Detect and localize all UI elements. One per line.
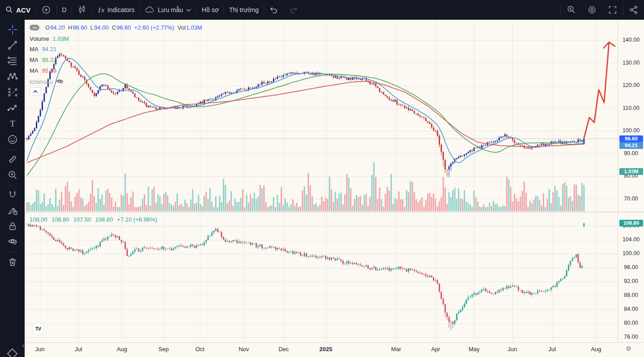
last-price-badge: 96.60 (619, 135, 643, 142)
volume-label: Volume (30, 35, 49, 42)
ohlc-open-value: 94.20 (50, 24, 65, 31)
chart-type-button[interactable] (72, 0, 92, 20)
trend-line-icon (7, 39, 18, 53)
ohlc-volume-label: Vol (177, 24, 186, 31)
price-tick: 104.00 (618, 236, 644, 243)
remove-drawings-tool[interactable] (4, 254, 22, 270)
object-tree-icon[interactable] (6, 347, 19, 357)
fullscreen-button[interactable] (602, 0, 623, 20)
ohlc-volume-value: 1.03M (186, 24, 202, 31)
interval-button[interactable]: D (57, 0, 71, 20)
share-icon (628, 4, 639, 15)
axis-settings-icon[interactable]: ⚙ (626, 345, 631, 352)
price-axis[interactable]: 140.00130.00120.00110.00100.0090.0080.00… (618, 20, 644, 342)
price-tick: 100.00 (618, 250, 644, 257)
price-tick: 140.00 (618, 37, 644, 43)
ohlc-low-value: 94.00 (94, 24, 109, 31)
ma-legend-1: MA 94.21 (30, 46, 56, 52)
redo-icon (289, 5, 298, 14)
market-label: Thị trường (229, 6, 259, 13)
crosshair-tool[interactable] (4, 22, 22, 38)
legend-collapse-button[interactable] (30, 87, 41, 96)
symbol-search-button[interactable]: ACV (0, 0, 35, 20)
time-tick: Nov (234, 346, 254, 353)
top-toolbar: ACV D ƒx Indicators Lưu mẫu (0, 0, 644, 20)
fib-lines-tool[interactable] (4, 54, 22, 70)
time-axis[interactable]: ⚙ JunJulAugSepOctNovDec2025MarAprMayJunJ… (25, 342, 644, 357)
price-tick: 84.00 (618, 306, 644, 312)
volume-badge: 1.03M (619, 168, 643, 175)
volume-value: 1.03M (52, 35, 69, 42)
hide-drawings-tool[interactable] (4, 235, 22, 250)
ma2-label: MA (30, 57, 39, 63)
redo-button[interactable] (284, 0, 303, 20)
emoji-tool[interactable] (4, 132, 22, 148)
quick-search-icon (566, 4, 577, 15)
ohlc-high-label: H (68, 24, 72, 31)
quick-search-button[interactable] (561, 0, 582, 20)
pane2-legend: 108.00 108.80 107.50 108.80 +7.10 (+6.98… (30, 216, 157, 223)
magnet-icon (7, 189, 18, 202)
eye-off-icon[interactable] (56, 78, 64, 86)
share-button[interactable] (623, 0, 644, 20)
trend-arrow-drawing (584, 42, 609, 138)
time-tick: Aug (112, 346, 132, 353)
profile-button[interactable]: Hồ sơ (197, 0, 224, 20)
price-tick: 92.00 (618, 278, 644, 284)
price-tick: 110.00 (618, 105, 644, 111)
gear-icon (587, 4, 597, 15)
crosshair-icon (7, 24, 18, 37)
arrow-marker-icon (7, 102, 18, 116)
ohlc-low-label: L (91, 24, 94, 31)
compare-add-symbol-button[interactable] (36, 0, 56, 20)
chart-canvas[interactable] (0, 0, 644, 357)
time-tick: Jul (542, 346, 562, 353)
undo-button[interactable] (264, 0, 284, 20)
text-tool[interactable]: T (4, 117, 22, 132)
ohlc-change-value: +2.60 (+2.77%) (134, 24, 174, 31)
fullscreen-icon (607, 4, 618, 15)
drawing-lock-tool[interactable] (4, 203, 22, 219)
time-tick: May (464, 346, 484, 353)
time-tick: Jun (502, 346, 522, 353)
time-tick: Aug (586, 346, 606, 353)
time-tick: Mar (386, 346, 406, 353)
symbol-visibility-toggle[interactable] (30, 25, 39, 30)
trend-line-tool[interactable] (4, 38, 22, 54)
forecast-icon (7, 87, 18, 100)
market-button[interactable]: Thị trường (224, 0, 264, 20)
tradingview-logo[interactable]: TV (32, 322, 44, 335)
ma-legend-2: MA 95.22 (30, 57, 56, 63)
ma1-value: 94.21 (42, 46, 57, 52)
save-template-button[interactable]: Lưu mẫu (140, 0, 196, 20)
ohlc-high-value: 96.60 (73, 24, 87, 31)
ma1-label: MA (30, 46, 39, 52)
undo-icon (269, 5, 279, 14)
price-tick: 80.00 (618, 320, 644, 326)
fib-lines-icon (7, 55, 18, 69)
zoom-in-tool[interactable] (4, 168, 22, 183)
ma3-label: MA (30, 67, 39, 74)
price-tick: 90.00 (618, 150, 644, 157)
pane2-low: 107.50 (73, 216, 91, 223)
magnet-tool[interactable] (4, 187, 22, 203)
xabcd-pattern-tool[interactable] (4, 70, 22, 85)
time-tick: Sep (154, 346, 173, 353)
eye-slash-icon (7, 236, 18, 249)
collapse-sidebar-arrow[interactable]: ‹ (22, 342, 24, 349)
text-icon: T (7, 118, 18, 131)
time-tick: 2025 (316, 346, 336, 353)
forecast-tool[interactable] (4, 85, 22, 101)
ichimoku-legend[interactable]: Ichimoku (30, 78, 64, 86)
indicators-button[interactable]: ƒx Indicators (93, 0, 139, 20)
lock-all-tool[interactable] (4, 219, 22, 235)
time-tick: Apr (426, 346, 445, 353)
lock-icon (7, 220, 18, 234)
zoom-in-icon (7, 169, 18, 183)
pane2-high: 108.80 (52, 216, 69, 223)
ruler-icon (7, 153, 18, 167)
ruler-tool[interactable] (4, 152, 22, 168)
arrow-marker-tool[interactable] (4, 101, 22, 117)
save-template-label: Lưu mẫu (158, 6, 183, 13)
settings-button[interactable] (582, 0, 602, 20)
